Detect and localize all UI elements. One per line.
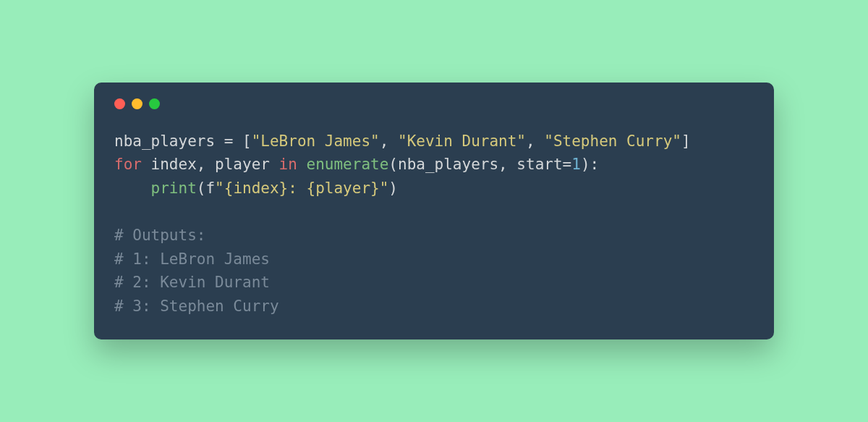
code-line: # 1: LeBron James (114, 248, 754, 271)
code-token: : (590, 156, 600, 173)
code-line: # Outputs: (114, 224, 754, 248)
code-token: "Stephen Curry" (544, 132, 681, 150)
code-token: nba_players (114, 132, 224, 150)
code-line: # 2: Kevin Durant (114, 271, 754, 295)
traffic-lights (114, 98, 754, 109)
code-token: # 3: Stephen Curry (114, 297, 279, 315)
minimize-icon[interactable] (132, 98, 142, 109)
code-line: nba_players = ["LeBron James", "Kevin Du… (114, 130, 754, 153)
code-token: , (380, 132, 398, 150)
code-token: "LeBron James" (252, 132, 380, 150)
code-block: nba_players = ["LeBron James", "Kevin Du… (114, 130, 754, 318)
code-token: in (279, 156, 297, 173)
code-token: f (205, 180, 215, 197)
code-token: # 2: Kevin Durant (114, 274, 270, 291)
code-token: 1 (571, 156, 581, 173)
code-token: , (526, 132, 544, 150)
maximize-icon[interactable] (149, 98, 160, 109)
code-token: # Outputs: (114, 227, 205, 244)
code-window: nba_players = ["LeBron James", "Kevin Du… (94, 83, 774, 339)
code-token (297, 156, 307, 173)
code-token: ] (681, 132, 691, 150)
code-token: ) (581, 156, 590, 173)
code-line: for index, player in enumerate(nba_playe… (114, 153, 754, 177)
code-token: [ (242, 132, 252, 150)
code-token: print (151, 180, 197, 197)
code-token: for (114, 156, 142, 173)
code-token: ) (388, 180, 398, 197)
code-line: # 3: Stephen Curry (114, 295, 754, 318)
code-token: "{index}: {player}" (215, 180, 388, 197)
code-token: "Kevin Durant" (398, 132, 526, 150)
code-token: nba_players, start= (398, 156, 571, 173)
code-token: ( (197, 180, 206, 197)
code-token: index, player (142, 156, 279, 173)
close-icon[interactable] (114, 98, 125, 109)
code-token: enumerate (307, 156, 389, 173)
code-token: = (224, 132, 242, 150)
code-line: print(f"{index}: {player}") (114, 177, 754, 201)
code-line (114, 200, 754, 224)
code-token: ( (388, 156, 398, 173)
code-token (114, 203, 124, 220)
code-token: # 1: LeBron James (114, 250, 270, 268)
code-token (114, 180, 151, 197)
